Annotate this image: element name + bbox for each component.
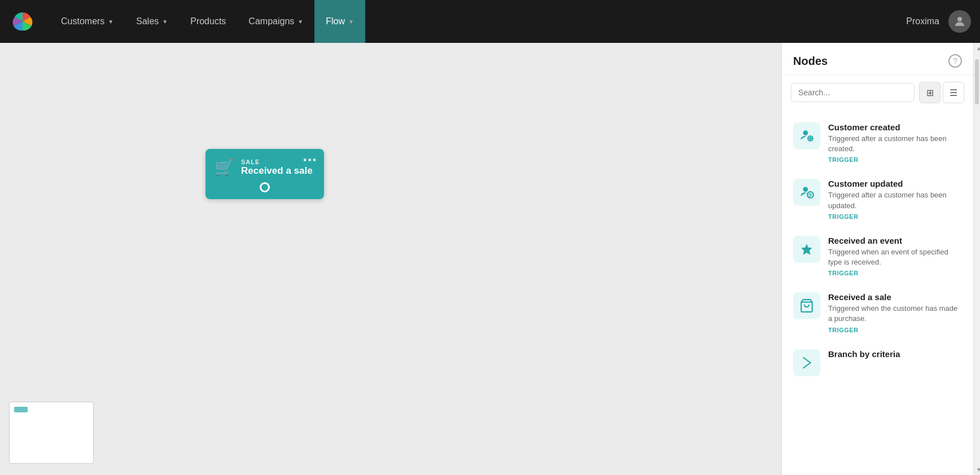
node-list-item[interactable]: Branch by criteria: [782, 341, 973, 384]
node-name: Branch by criteria: [828, 349, 900, 359]
node-info: Customer created Triggered after a custo…: [828, 122, 962, 163]
cart-icon: 🛒: [215, 158, 234, 177]
svg-point-2: [803, 130, 808, 135]
node-tag-label: TRIGGER: [828, 213, 962, 220]
nodes-panel: Nodes ? ⊞ ☰ Customer created Triggered a…: [781, 43, 973, 475]
node-icon: [793, 292, 820, 319]
node-list-item[interactable]: Received an event Triggered when an even…: [782, 228, 973, 284]
nav-item-customers[interactable]: Customers ▼: [50, 0, 125, 43]
node-info: Customer updated Triggered after a custo…: [828, 179, 962, 219]
minimap-indicator: [14, 407, 28, 412]
node-title: Received a sale: [241, 165, 313, 177]
node-info: Received an event Triggered when an even…: [828, 236, 962, 276]
connector-circle[interactable]: [260, 182, 270, 192]
scrollbar-track: [974, 54, 980, 464]
node-desc: Triggered after a customer has been upda…: [828, 190, 962, 210]
node-icon: [793, 179, 820, 206]
main-layout: ••• 🛒 SALE Received a sale Nodes ?: [0, 43, 980, 475]
node-tag-label: TRIGGER: [828, 270, 962, 276]
node-tag-label: TRIGGER: [828, 156, 962, 163]
node-list-item[interactable]: Customer created Triggered after a custo…: [782, 115, 973, 171]
node-list-item[interactable]: Customer updated Triggered after a custo…: [782, 171, 973, 227]
view-toggle: ⊞ ☰: [919, 82, 964, 103]
list-icon: ☰: [950, 87, 957, 98]
svg-point-6: [803, 187, 808, 192]
node-name: Received a sale: [828, 292, 962, 302]
grid-icon: ⊞: [926, 87, 934, 98]
nav-right: Proxima: [906, 10, 971, 33]
flow-canvas[interactable]: ••• 🛒 SALE Received a sale: [0, 43, 781, 475]
scroll-down-arrow[interactable]: ▼: [974, 464, 980, 475]
search-row: ⊞ ☰: [782, 75, 973, 110]
node-info: Branch by criteria: [828, 349, 900, 360]
nav-item-products[interactable]: Products: [179, 0, 237, 43]
scrollbar-thumb[interactable]: [975, 59, 979, 104]
node-desc: Triggered after a customer has been crea…: [828, 134, 962, 154]
nav-item-campaigns[interactable]: Campaigns ▼: [237, 0, 314, 43]
node-icon: [793, 349, 820, 376]
nav-item-sales[interactable]: Sales ▼: [125, 0, 179, 43]
node-tag: SALE: [241, 159, 313, 165]
top-navigation: Customers ▼ Sales ▼ Products Campaigns ▼…: [0, 0, 980, 43]
minimap: [9, 402, 94, 464]
chevron-down-icon: ▼: [298, 19, 303, 25]
node-desc: Triggered when an event of specified typ…: [828, 247, 962, 267]
node-icon: [793, 236, 820, 263]
panel-header: Nodes ?: [782, 43, 973, 75]
node-desc: Triggered when the customer has made a p…: [828, 304, 962, 324]
node-name: Received an event: [828, 236, 962, 245]
scrollbar: ▲ ▼: [973, 43, 980, 475]
node-inner: 🛒 SALE Received a sale: [215, 158, 315, 177]
node-connector: [215, 182, 315, 192]
username-label: Proxima: [906, 16, 939, 27]
nav-items: Customers ▼ Sales ▼ Products Campaigns ▼…: [50, 0, 906, 43]
node-info: Received a sale Triggered when the custo…: [828, 292, 962, 333]
node-list-item[interactable]: Received a sale Triggered when the custo…: [782, 284, 973, 341]
list-view-button[interactable]: ☰: [943, 82, 964, 103]
nodes-list: Customer created Triggered after a custo…: [782, 110, 973, 475]
app-logo[interactable]: [9, 8, 36, 35]
user-avatar[interactable]: [948, 10, 971, 33]
scroll-up-arrow[interactable]: ▲: [974, 43, 980, 54]
grid-view-button[interactable]: ⊞: [919, 82, 940, 103]
node-name: Customer created: [828, 122, 962, 132]
svg-point-7: [807, 192, 813, 198]
node-icon: [793, 122, 820, 149]
node-tag-label: TRIGGER: [828, 327, 962, 333]
help-button[interactable]: ?: [948, 54, 962, 68]
chevron-down-icon: ▼: [348, 19, 354, 25]
chevron-down-icon: ▼: [108, 19, 113, 25]
svg-marker-8: [801, 244, 812, 255]
nav-item-flow[interactable]: Flow ▼: [314, 0, 365, 43]
node-name: Customer updated: [828, 179, 962, 188]
chevron-down-icon: ▼: [162, 19, 168, 25]
flow-node-received-sale[interactable]: ••• 🛒 SALE Received a sale: [205, 149, 324, 199]
panel-title: Nodes: [793, 55, 828, 68]
svg-point-1: [957, 17, 962, 21]
node-content: SALE Received a sale: [241, 159, 313, 177]
search-input[interactable]: [791, 83, 915, 102]
